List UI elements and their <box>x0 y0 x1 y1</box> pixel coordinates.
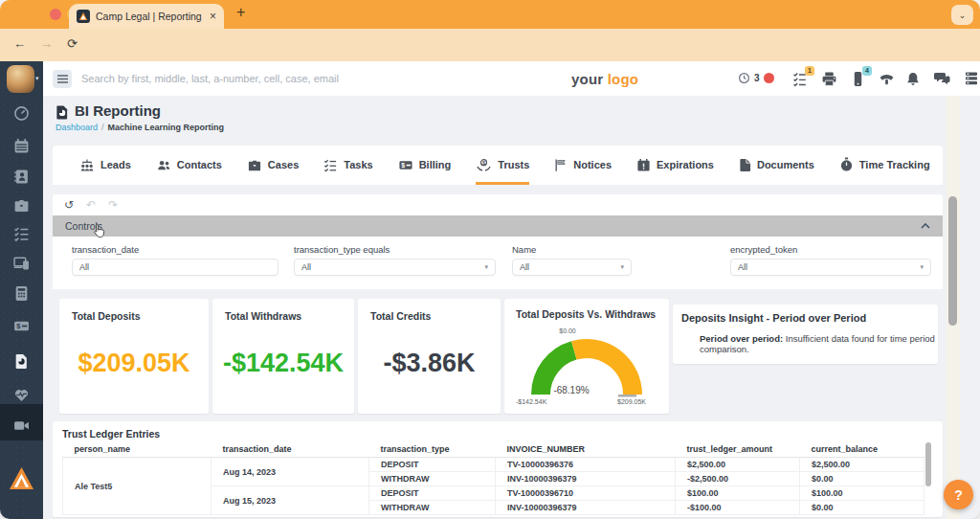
bi-reporting-icon <box>55 104 69 121</box>
app-topbar: your logo 3 1 <box>43 61 980 96</box>
stopwatch-icon <box>839 157 854 172</box>
filter-transaction-date-input[interactable]: All <box>72 259 278 276</box>
tasks-badge: 1 <box>805 66 814 76</box>
back-icon[interactable]: ← <box>13 36 26 51</box>
filter-name-select[interactable]: All ▾ <box>512 259 632 276</box>
new-tab-button[interactable]: + <box>236 4 245 21</box>
cell-amount: $100.00 <box>676 486 800 501</box>
insight-text: Period over period: Insufficient data fo… <box>700 333 938 354</box>
user-avatar[interactable] <box>7 65 34 93</box>
gauge-end-tick <box>618 395 636 397</box>
cell-type: DEPOSIT <box>369 458 496 472</box>
tab-documents[interactable]: Documents <box>739 146 814 185</box>
reset-icon[interactable]: ↺ <box>64 198 74 212</box>
table-scrollbar[interactable] <box>925 442 931 486</box>
filters-panel: transaction_date All transaction_type eq… <box>53 237 943 289</box>
cell-type: DEPOSIT <box>369 486 496 501</box>
sidebar-item-calendar[interactable] <box>13 138 30 154</box>
col-invoice-number[interactable]: INVOICE_NUMBER <box>496 441 676 458</box>
menu-button[interactable] <box>53 70 72 88</box>
help-button[interactable]: ? <box>944 480 973 509</box>
chat-button[interactable] <box>933 71 949 87</box>
table-row[interactable]: Ale Test5 Aug 14, 2023 DEPOSIT TV-100003… <box>63 458 924 472</box>
forward-icon[interactable]: → <box>40 36 53 51</box>
tab-close-icon[interactable]: × <box>210 11 216 22</box>
sidebar-item-video[interactable] <box>13 417 30 434</box>
tab-billing[interactable]: $ Billing <box>398 146 452 185</box>
records-button[interactable] <box>964 71 980 87</box>
tab-cases[interactable]: Cases <box>247 146 299 185</box>
tab-notices[interactable]: Notices <box>554 146 612 185</box>
tasks-button[interactable]: 1 <box>792 71 809 87</box>
filter-transaction-date: transaction_date All <box>72 244 278 276</box>
tab-trusts[interactable]: $ Trusts <box>476 146 529 185</box>
report-toolbar: ↺ ↶ ↷ <box>53 194 943 215</box>
col-trust-ledger-amount[interactable]: trust_ledger_amount <box>676 441 800 458</box>
briefcase-icon <box>247 158 262 172</box>
sidebar-item-billing[interactable]: $ <box>13 318 30 334</box>
kpi-total-credits: Total Credits -$3.86K <box>358 299 501 414</box>
reload-icon[interactable]: ⟳ <box>67 36 78 51</box>
tab-expirations[interactable]: Expirations <box>636 146 714 185</box>
cell-invoice: INV-10000396379 <box>496 501 676 515</box>
cell-date-group2: Aug 15, 2023 <box>212 486 369 515</box>
undo-icon[interactable]: ↶ <box>86 198 96 212</box>
sidebar-item-bi-reporting[interactable] <box>13 353 30 370</box>
filter-transaction-type-select[interactable]: All ▾ <box>294 259 496 276</box>
filter-encrypted-token-select[interactable]: All ▾ <box>730 259 931 276</box>
tab-search-chevron-icon[interactable]: ⌄ <box>951 5 973 25</box>
phone-button[interactable] <box>879 71 895 87</box>
timer-record-dot[interactable] <box>764 73 774 83</box>
col-person-name[interactable]: person_name <box>63 441 212 458</box>
kpi-total-deposits: Total Deposits $209.05K <box>59 299 209 414</box>
col-current-balance[interactable]: current_balance <box>800 441 924 458</box>
filter-encrypted-token: encrypted_token All ▾ <box>730 244 931 276</box>
global-search-input[interactable] <box>81 69 493 88</box>
insight-title: Deposits Insight - Period over Period <box>681 312 866 324</box>
gauge-title: Total Deposits Vs. Withdraws <box>516 308 656 320</box>
bell-icon <box>905 71 921 87</box>
sidebar-item-calculator[interactable] <box>13 285 30 302</box>
cell-amount: -$100.00 <box>676 501 800 515</box>
trust-ledger-table: person_name transaction_date transaction… <box>62 441 924 515</box>
table-header-row: person_name transaction_date transaction… <box>63 441 924 458</box>
insight-card: Deposits Insight - Period over Period Pe… <box>673 305 938 364</box>
tab-time-tracking[interactable]: Time Tracking <box>839 146 930 185</box>
controls-header[interactable]: Controls <box>53 215 943 237</box>
fax-button[interactable] <box>821 71 837 87</box>
kpi-total-withdraws: Total Withdraws -$142.54K <box>212 299 354 414</box>
avatar-caret-icon[interactable]: ▾ <box>35 75 39 82</box>
cell-invoice: TV-10000396376 <box>496 458 676 472</box>
sidebar-item-dashboard[interactable] <box>13 105 30 122</box>
col-transaction-type[interactable]: transaction_type <box>369 441 496 458</box>
breadcrumb-dashboard-link[interactable]: Dashboard <box>56 123 98 132</box>
sidebar-item-health[interactable] <box>13 387 30 403</box>
mobile-button[interactable]: 4 <box>850 71 866 87</box>
redo-icon[interactable]: ↷ <box>108 198 118 212</box>
cell-person-name: Ale Test5 <box>63 458 212 515</box>
tab-tasks[interactable]: Tasks <box>323 146 372 185</box>
tab-contacts[interactable]: Contacts <box>156 146 222 185</box>
timer-widget[interactable]: 3 <box>738 72 774 84</box>
sidebar-item-cases[interactable] <box>13 197 30 214</box>
sidebar-item-contacts[interactable] <box>13 169 30 185</box>
cell-date-group1: Aug 14, 2023 <box>212 458 369 486</box>
sidebar-item-devices[interactable] <box>13 255 30 271</box>
traffic-close-button[interactable] <box>50 9 61 20</box>
col-transaction-date[interactable]: transaction_date <box>212 441 369 458</box>
timer-clock-icon <box>738 72 750 84</box>
page-scrollbar-track[interactable] <box>947 96 960 519</box>
tab-leads[interactable]: Leads <box>79 146 131 185</box>
cell-balance: $0.00 <box>800 472 924 486</box>
page-scrollbar-thumb[interactable] <box>948 196 957 326</box>
collapse-chevron-icon[interactable] <box>921 223 930 229</box>
camp-legal-favicon <box>77 10 90 23</box>
browser-tab[interactable]: Camp Legal | Reporting Leads × <box>69 4 224 29</box>
hamburger-icon <box>57 75 68 83</box>
filter-transaction-type: transaction_type equals All ▾ <box>294 244 496 276</box>
documents-icon <box>739 158 751 172</box>
sidebar-item-tasks[interactable] <box>13 226 30 242</box>
notifications-button[interactable] <box>905 71 922 87</box>
gauge-center-value: -68.19% <box>543 385 600 395</box>
tasks-icon <box>323 158 338 172</box>
